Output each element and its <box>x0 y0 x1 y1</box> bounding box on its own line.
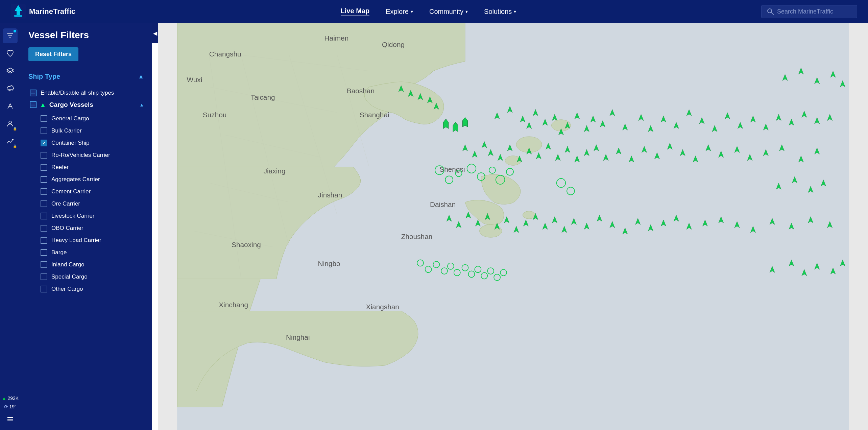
weather-icon-btn[interactable] <box>3 81 18 96</box>
enable-all-row[interactable]: Enable/Disable all ship types <box>28 90 144 96</box>
checkbox-inland-cargo[interactable] <box>41 261 47 268</box>
cargo-item-general-cargo[interactable]: General Cargo <box>28 113 144 125</box>
map-area[interactable]: Changshu Haimen Qidong Wuxi Taicang Baos… <box>158 23 868 430</box>
svg-text:Taicang: Taicang <box>251 93 275 101</box>
filter-dot <box>14 30 16 32</box>
sidebar-stats: ▲ 292K ⟳ 19" <box>0 395 20 430</box>
label-ore-carrier: Ore Carrier <box>51 200 80 207</box>
svg-text:Baoshan: Baoshan <box>347 87 375 95</box>
checkbox-special-cargo[interactable] <box>41 273 47 280</box>
label-barge: Barge <box>51 249 67 256</box>
cargo-item-cement-carrier[interactable]: Cement Carrier <box>28 186 144 198</box>
svg-point-14 <box>12 139 14 140</box>
label-heavy-load-carrier: Heavy Load Carrier <box>51 237 101 244</box>
svg-rect-3 <box>14 15 22 17</box>
svg-text:Shaoxing: Shaoxing <box>232 241 261 248</box>
label-ro-ro: Ro-Ro/Vehicles Carrier <box>51 152 110 159</box>
svg-text:Suzhou: Suzhou <box>203 111 227 119</box>
cargo-item-special-cargo[interactable]: Special Cargo <box>28 271 144 283</box>
svg-line-10 <box>9 90 9 91</box>
checkbox-heavy-load-carrier[interactable] <box>41 237 47 244</box>
svg-point-13 <box>9 121 11 124</box>
checkbox-bulk-carrier[interactable] <box>41 127 47 134</box>
cargo-item-inland-cargo[interactable]: Inland Cargo <box>28 259 144 271</box>
filter-icon-btn[interactable] <box>3 28 18 43</box>
person-icon-btn[interactable]: 🔒 <box>3 116 18 131</box>
refresh-rate-stat: ⟳ 19" <box>4 404 16 410</box>
svg-rect-7 <box>8 35 12 36</box>
cargo-item-ore-carrier[interactable]: Ore Carrier <box>28 198 144 210</box>
nav-community[interactable]: Community ▾ <box>429 8 468 16</box>
layers-icon-btn[interactable] <box>3 64 18 78</box>
analytics-icon-btn[interactable]: 🔒 <box>3 134 18 149</box>
checkbox-barge[interactable] <box>41 249 47 256</box>
label-general-cargo: General Cargo <box>51 115 89 122</box>
cargo-item-reefer[interactable]: Reefer <box>28 161 144 173</box>
label-inland-cargo: Inland Cargo <box>51 261 84 268</box>
top-navigation: MarineTraffic Live Map Explore ▾ Communi… <box>0 0 868 23</box>
community-chevron: ▾ <box>465 9 468 14</box>
logo-text: MarineTraffic <box>29 7 75 16</box>
search-input[interactable] <box>777 8 851 15</box>
svg-point-23 <box>523 211 535 219</box>
checkbox-ro-ro[interactable] <box>41 152 47 159</box>
icon-sidebar: 🔒 🔒 ▲ 292K ⟳ 19" <box>0 23 20 430</box>
cargo-item-barge[interactable]: Barge <box>28 246 144 259</box>
search-icon <box>767 8 774 15</box>
enable-all-label: Enable/Disable all ship types <box>41 90 114 96</box>
panel-collapse-handle[interactable]: ◀ <box>152 23 158 43</box>
ship-type-toggle[interactable]: ▲ <box>138 73 144 80</box>
nav-explore[interactable]: Explore ▾ <box>386 8 413 16</box>
svg-text:Xinchang: Xinchang <box>219 301 248 309</box>
checkbox-aggregates-carrier[interactable] <box>41 176 47 183</box>
cargo-vessels-checkbox[interactable] <box>30 101 37 108</box>
label-cement-carrier: Cement Carrier <box>51 188 91 195</box>
label-other-cargo: Other Cargo <box>51 286 83 292</box>
svg-line-12 <box>12 90 12 91</box>
explore-chevron: ▾ <box>411 9 413 14</box>
search-bar[interactable] <box>761 5 857 18</box>
svg-point-4 <box>768 9 772 13</box>
checkbox-obo-carrier[interactable] <box>41 225 47 232</box>
cargo-item-bulk-carrier[interactable]: Bulk Carrier <box>28 125 144 137</box>
nav-links: Live Map Explore ▾ Community ▾ Solutions… <box>96 7 761 16</box>
cargo-vessels-group: ▲ Cargo Vessels ▲ General CargoBulk Carr… <box>28 101 144 295</box>
checkbox-reefer[interactable] <box>41 164 47 171</box>
enable-all-checkbox[interactable] <box>30 90 37 96</box>
svg-text:Daishan: Daishan <box>430 200 456 208</box>
checkbox-cement-carrier[interactable] <box>41 188 47 195</box>
checkbox-other-cargo[interactable] <box>41 286 47 292</box>
person-lock-icon: 🔒 <box>13 127 17 130</box>
checkbox-general-cargo[interactable] <box>41 115 47 122</box>
svg-text:Changshu: Changshu <box>209 50 241 58</box>
route-icon-btn[interactable] <box>3 99 18 114</box>
cargo-vessels-collapse[interactable]: ▲ <box>139 102 144 108</box>
cargo-item-livestock-carrier[interactable]: Livestock Carrier <box>28 210 144 222</box>
extra-tools-btn[interactable] <box>6 415 14 425</box>
svg-text:Shanghai: Shanghai <box>360 111 389 119</box>
svg-text:Ninghai: Ninghai <box>286 333 310 341</box>
checkbox-ore-carrier[interactable] <box>41 200 47 207</box>
label-obo-carrier: OBO Carrier <box>51 225 83 232</box>
nav-solutions[interactable]: Solutions ▾ <box>484 8 516 16</box>
favorites-icon-btn[interactable] <box>3 46 18 61</box>
nav-live-map[interactable]: Live Map <box>341 7 370 16</box>
cargo-items-list: General CargoBulk CarrierContainer ShipR… <box>28 113 144 295</box>
svg-rect-2 <box>17 11 20 15</box>
label-special-cargo: Special Cargo <box>51 273 88 280</box>
cargo-item-ro-ro[interactable]: Ro-Ro/Vehicles Carrier <box>28 149 144 161</box>
cargo-item-other-cargo[interactable]: Other Cargo <box>28 283 144 295</box>
label-container-ship: Container Ship <box>51 140 89 146</box>
cargo-item-obo-carrier[interactable]: OBO Carrier <box>28 222 144 234</box>
checkbox-livestock-carrier[interactable] <box>41 213 47 219</box>
cargo-item-heavy-load-carrier[interactable]: Heavy Load Carrier <box>28 234 144 246</box>
checkbox-container-ship[interactable] <box>41 140 47 146</box>
svg-text:Jinshan: Jinshan <box>318 191 342 199</box>
cargo-item-aggregates-carrier[interactable]: Aggregates Carrier <box>28 173 144 186</box>
cargo-item-container-ship[interactable]: Container Ship <box>28 137 144 149</box>
cargo-vessels-group-header: ▲ Cargo Vessels ▲ <box>28 101 144 109</box>
vessel-count-stat: ▲ 292K <box>2 395 19 402</box>
logo-link[interactable]: MarineTraffic <box>11 4 75 19</box>
reset-filters-button[interactable]: Reset Filters <box>28 47 78 61</box>
filter-panel: Vessel Filters Reset Filters Ship Type ▲… <box>20 23 152 430</box>
